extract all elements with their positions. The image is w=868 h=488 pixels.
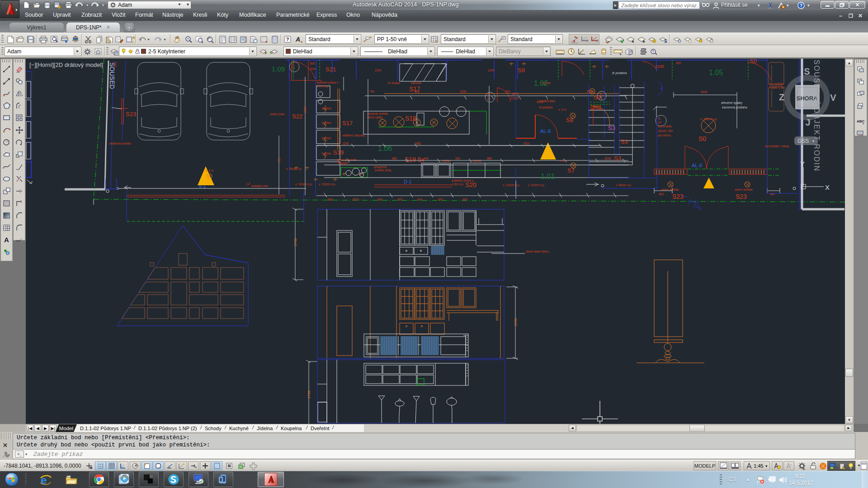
svg-text:600: 600 <box>377 198 382 201</box>
svg-text:2250: 2250 <box>514 318 518 326</box>
svg-text:světelné police v.: světelné police v. <box>316 81 339 84</box>
svg-text:v. 110cm n.p.: v. 110cm n.p. <box>528 183 545 187</box>
svg-text:1181: 1181 <box>113 61 117 68</box>
svg-text:lednice: lednice <box>322 107 331 110</box>
svg-text:různé výšky: různé výšky <box>367 116 383 119</box>
svg-text:11: 11 <box>292 66 295 70</box>
svg-text:D: D <box>292 63 294 66</box>
svg-text:led svítidlo: led svítidlo <box>769 82 783 85</box>
svg-text:světlo číslo: světlo číslo <box>270 113 285 116</box>
svg-text:SOUSEDNÍ OBJEKT RODIN: SOUSEDNÍ OBJEKT RODIN <box>813 60 821 172</box>
svg-text:S19 5x: S19 5x <box>405 156 425 163</box>
svg-text:S3: S3 <box>614 155 621 162</box>
svg-text:1,5m n.p.: 1,5m n.p. <box>452 183 464 186</box>
svg-text:S22: S22 <box>292 113 302 120</box>
svg-text:S0: S0 <box>750 59 757 65</box>
svg-text:2100: 2100 <box>655 64 664 69</box>
svg-text:1.05: 1.05 <box>709 69 723 76</box>
svg-text:A: A <box>295 36 300 43</box>
svg-text:viditelné zásuvky: viditelné zásuvky <box>342 134 365 137</box>
svg-text:lednice: lednice <box>322 121 331 124</box>
svg-text:v. 120cm n.p.: v. 120cm n.p. <box>700 117 718 121</box>
svg-text:ABC: ABC <box>857 119 865 123</box>
svg-text:v. 110cm n.p.: v. 110cm n.p. <box>503 183 520 187</box>
svg-text:Z: Z <box>779 92 784 102</box>
svg-text:2x trouba: 2x trouba <box>387 81 400 84</box>
svg-text:600: 600 <box>417 198 422 201</box>
svg-text:S9: S9 <box>518 67 525 74</box>
svg-text:1200: 1200 <box>342 142 349 145</box>
svg-text:J: J <box>805 117 810 127</box>
svg-text:v. 50cm n.p.: v. 50cm n.p. <box>286 167 302 171</box>
svg-text:500: 500 <box>659 192 664 196</box>
svg-text:myčka: myčka <box>472 159 481 163</box>
svg-text:lednice: lednice <box>322 152 331 155</box>
svg-text:v. 2 m: v. 2 m <box>206 169 213 172</box>
svg-text:885: 885 <box>392 157 397 160</box>
svg-text:D: D <box>599 92 602 95</box>
svg-text:S0: S0 <box>698 135 706 142</box>
svg-text:630: 630 <box>455 157 460 160</box>
svg-text:nástěnné svítidlo: nástěnné svítidlo <box>109 142 131 145</box>
svg-text:ití podlaha: ití podlaha <box>539 106 552 109</box>
svg-text:GSS: GSS <box>797 138 809 144</box>
svg-text:1.01: 1.01 <box>541 173 555 180</box>
svg-text:pro vitrínu: pro vitrínu <box>658 134 671 137</box>
svg-text:S8: S8 <box>566 117 573 123</box>
svg-text:2100: 2100 <box>488 69 495 72</box>
svg-text:[−][Horní][2D drátový model]: [−][Horní][2D drátový model] <box>29 61 103 68</box>
svg-text:kávovar: kávovar <box>411 81 422 84</box>
svg-text:1882: 1882 <box>415 142 421 145</box>
svg-text:v. 2 m: v. 2 m <box>559 159 567 162</box>
svg-text:900: 900 <box>676 61 681 65</box>
svg-text:ovládání vrat: ovládání vrat <box>251 184 268 188</box>
svg-text:?: ? <box>800 3 802 8</box>
svg-text:S19: S19 <box>333 149 344 156</box>
svg-text:zemní svítidlo: zemní svítidlo <box>735 188 753 191</box>
svg-text:600: 600 <box>397 198 402 201</box>
svg-text:1500: 1500 <box>303 106 307 113</box>
svg-text:chodba čislo: chodba čislo <box>539 99 556 103</box>
svg-text:1000: 1000 <box>460 90 467 93</box>
svg-text:S18: S18 <box>405 115 416 122</box>
svg-text:10: 10 <box>487 97 491 100</box>
svg-text:v. 2 m: v. 2 m <box>558 108 566 111</box>
svg-text:dřevěné špalky: dřevěné špalky <box>721 101 743 105</box>
svg-text:D-1: D-1 <box>404 179 412 184</box>
svg-text:AL-8: AL-8 <box>692 163 702 168</box>
svg-text:myčka: myčka <box>442 159 450 163</box>
svg-text:440: 440 <box>424 157 429 160</box>
svg-text:S21: S21 <box>326 66 336 73</box>
svg-text:S23: S23 <box>672 193 684 200</box>
svg-text:závěsné svítidlo: závěsné svítidlo <box>367 112 388 115</box>
svg-text:v. 110cm n.p.: v. 110cm n.p. <box>295 183 312 186</box>
svg-text:S3: S3 <box>621 138 628 145</box>
svg-text:2034: 2034 <box>604 157 611 160</box>
svg-text:S20: S20 <box>465 181 476 188</box>
svg-text:v. 110cm n.p.: v. 110cm n.p. <box>319 183 336 186</box>
svg-text:!: ! <box>844 465 844 468</box>
svg-text:10: 10 <box>658 121 661 124</box>
svg-text:2000: 2000 <box>701 90 708 94</box>
svg-text:2100: 2100 <box>510 96 519 100</box>
svg-text:svítidlo strop: svítidlo strop <box>375 169 392 172</box>
svg-text:lednice: lednice <box>322 136 331 140</box>
svg-text:vývod 1,5m: vývod 1,5m <box>658 129 673 133</box>
svg-text:600: 600 <box>438 198 443 201</box>
svg-text:▾: ▾ <box>812 139 814 143</box>
svg-text:výpad 1,5m: výpad 1,5m <box>769 86 785 89</box>
svg-text:885: 885 <box>487 157 492 160</box>
svg-text:800: 800 <box>310 62 315 65</box>
svg-text:1010: 1010 <box>523 142 530 145</box>
svg-text:kamenná podlaha: kamenná podlaha <box>722 106 747 109</box>
svg-text:17: 17 <box>599 96 603 99</box>
svg-text:ití podlaha: ití podlaha <box>612 71 627 75</box>
svg-text:digestoř: digestoř <box>338 161 349 165</box>
svg-text:1575: 1575 <box>352 198 359 201</box>
svg-text:500: 500 <box>770 192 775 196</box>
svg-text:750: 750 <box>278 158 281 163</box>
svg-text:X: X <box>825 183 830 191</box>
svg-text:S3: S3 <box>608 125 615 131</box>
svg-text:850: 850 <box>328 198 333 201</box>
svg-text:750: 750 <box>369 90 374 93</box>
